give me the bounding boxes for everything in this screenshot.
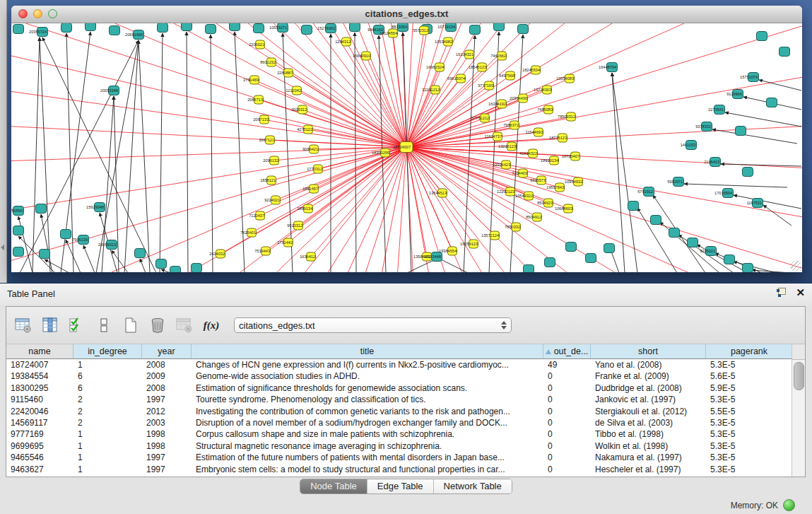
table-row[interactable]: 1456911722003Disruption of a novel membe…: [6, 417, 793, 428]
close-panel-icon[interactable]: ✕: [796, 288, 805, 297]
table-row[interactable]: 911546021997Tourette syndrome. Phenomeno…: [6, 394, 793, 405]
graph-node-label: 8504912: [526, 215, 541, 219]
graph-node[interactable]: [743, 264, 753, 273]
graph-node[interactable]: [36, 204, 47, 214]
vertical-scrollbar[interactable]: [792, 344, 805, 477]
graph-node-label: 20691406: [125, 33, 143, 37]
graph-node[interactable]: [470, 25, 481, 35]
graph-node[interactable]: [545, 258, 555, 267]
graph-node[interactable]: [757, 32, 767, 41]
tab-edge-table[interactable]: Edge Table: [367, 479, 434, 493]
trash-icon[interactable]: [148, 315, 167, 335]
graph-node-label: 18245534: [522, 68, 540, 72]
column-header-name[interactable]: name: [6, 344, 73, 358]
graph-node[interactable]: [302, 25, 312, 35]
table-cell: 2009: [142, 370, 192, 382]
node-table: namein_degreeyeartitleout_de...shortpage…: [6, 344, 793, 477]
column-header-short[interactable]: short: [591, 344, 706, 358]
graph-node[interactable]: [566, 243, 577, 252]
graph-node[interactable]: [230, 23, 240, 31]
graph-node[interactable]: [13, 226, 24, 235]
graph-node[interactable]: [182, 23, 192, 31]
graph-node[interactable]: [61, 23, 72, 33]
graph-node[interactable]: [688, 238, 698, 247]
graph-node[interactable]: [158, 23, 168, 33]
table-cell: 9115460: [6, 394, 73, 405]
table-row[interactable]: 1872400712008Changes of HCN gene express…: [6, 359, 793, 370]
graph-node[interactable]: [651, 216, 661, 225]
table-row[interactable]: 1830029562008Estimation of significance …: [6, 382, 793, 394]
graph-node[interactable]: [628, 201, 639, 211]
graph-edge: [260, 147, 406, 216]
graph-node[interactable]: [13, 25, 24, 34]
graph-node-label: 19384554: [439, 249, 457, 253]
table-row[interactable]: 969969511998Structural magnetic resonanc…: [6, 440, 793, 452]
graph-node-label: 9245021: [700, 249, 715, 253]
table-row[interactable]: 946362711997Embryonic stem cells: a mode…: [6, 464, 793, 475]
graph-node[interactable]: [743, 168, 753, 177]
graph-node-label: 13584452: [413, 255, 431, 259]
table-cell: 9463627: [6, 464, 73, 475]
graph-node[interactable]: [518, 25, 529, 34]
column-header-pagerank[interactable]: pagerank: [706, 344, 793, 358]
graph-node-label: 13544513: [429, 191, 447, 195]
graph-node[interactable]: [586, 254, 596, 263]
graph-node[interactable]: [86, 23, 96, 31]
graph-node-label: 10719134: [437, 25, 455, 29]
select-all-icon[interactable]: [67, 315, 87, 335]
table-columns-icon[interactable]: [40, 315, 60, 335]
table-cell: Investigating the contribution of common…: [192, 406, 543, 417]
table-settings-icon[interactable]: [13, 315, 33, 335]
graph-node[interactable]: [206, 25, 216, 34]
graph-node[interactable]: [494, 23, 505, 31]
graph-node[interactable]: [724, 255, 735, 264]
column-header-out_de[interactable]: out_de...: [543, 344, 591, 358]
graph-node[interactable]: [135, 249, 146, 258]
table-row[interactable]: 2242004622012Investigating the contribut…: [6, 406, 793, 417]
column-header-in_degree[interactable]: in_degree: [73, 344, 142, 358]
graph-node[interactable]: [254, 24, 264, 33]
graph-node-label: 7986372: [503, 123, 519, 127]
graph-node[interactable]: [736, 127, 746, 136]
table-cell: 0: [543, 394, 591, 405]
side-splitter[interactable]: [0, 0, 7, 283]
row-height-icon[interactable]: [94, 315, 114, 335]
scrollbar-thumb[interactable]: [794, 362, 804, 390]
float-panel-icon[interactable]: [777, 288, 786, 297]
table-row[interactable]: 977716911998Corpus callosum shape and si…: [6, 428, 793, 440]
graph-node[interactable]: [524, 265, 534, 273]
table-cell: Jankovic et al. (1997): [591, 394, 706, 405]
graph-node[interactable]: [61, 230, 71, 239]
network-window-titlebar[interactable]: citations_edges.txt: [11, 6, 802, 23]
graph-node[interactable]: [170, 267, 181, 273]
table-row[interactable]: 946554611997Estimation of the future num…: [6, 452, 793, 463]
new-file-icon[interactable]: [121, 315, 141, 335]
graph-node-label: 19359123: [460, 242, 478, 246]
network-canvas[interactable]: 2035572420691406105532711527606294661608…: [11, 23, 802, 272]
table-cell: Estimation of the future numbers of pati…: [192, 452, 543, 463]
graph-node[interactable]: [779, 47, 790, 57]
graph-node[interactable]: [604, 244, 615, 253]
table-cell: 1: [73, 464, 142, 475]
graph-node-label: 15929048: [86, 205, 104, 209]
table-selector-dropdown[interactable]: citations_edges.txt: [234, 317, 512, 333]
graph-node[interactable]: [767, 98, 777, 107]
column-header-title[interactable]: title: [192, 344, 543, 358]
graph-node[interactable]: [156, 259, 167, 269]
memory-status-indicator[interactable]: [783, 499, 795, 511]
graph-node[interactable]: [669, 228, 680, 238]
graph-node-label: 9129966: [726, 92, 742, 96]
tab-node-table[interactable]: Node Table: [300, 479, 367, 493]
graph-node[interactable]: [110, 26, 120, 35]
graph-node[interactable]: [350, 23, 360, 32]
graph-node[interactable]: [192, 264, 202, 273]
function-builder-icon[interactable]: f(x): [201, 315, 221, 335]
collapse-arrow-icon[interactable]: [1, 245, 4, 250]
tab-network-table[interactable]: Network Table: [434, 479, 512, 493]
column-header-year[interactable]: year: [142, 344, 192, 358]
resize-grip-icon[interactable]: [791, 261, 801, 271]
graph-node[interactable]: [13, 247, 24, 257]
graph-node[interactable]: [40, 250, 50, 259]
graph-edge: [259, 100, 406, 147]
table-row[interactable]: 1938455462009Genome-wide association stu…: [6, 370, 793, 382]
